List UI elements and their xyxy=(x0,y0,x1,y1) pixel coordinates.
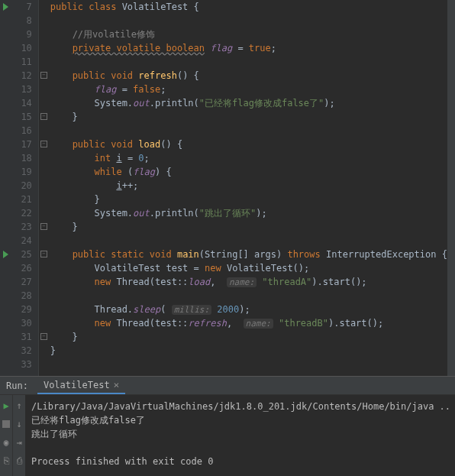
code-line[interactable]: public class VolatileTest { xyxy=(50,0,447,14)
down-icon[interactable]: ↓ xyxy=(13,418,25,430)
line-number: 7 xyxy=(11,0,32,14)
line-number: 28 xyxy=(11,289,32,303)
line-number: 21 xyxy=(11,193,32,206)
wrap-icon[interactable]: ⇥ xyxy=(13,436,25,448)
run-tab[interactable]: VolatileTest × xyxy=(37,377,126,394)
print-icon[interactable]: ⎙ xyxy=(13,455,25,467)
code-line[interactable]: public static void main(String[] args) t… xyxy=(50,248,447,261)
code-line[interactable] xyxy=(50,234,447,248)
line-number: 27 xyxy=(11,275,32,289)
code-line[interactable]: int i = 0; xyxy=(50,151,447,165)
code-line[interactable]: } xyxy=(50,344,447,358)
editor-pane: 7891011121314151617181920212223242526272… xyxy=(0,0,455,376)
code-line[interactable]: public void refresh() { xyxy=(50,69,447,83)
code-line[interactable]: //用volatile修饰 xyxy=(50,28,447,41)
line-number: 32 xyxy=(11,344,32,358)
exit-icon[interactable]: ⎘ xyxy=(0,455,12,467)
camera-icon[interactable]: ◉ xyxy=(0,436,12,448)
run-header: Run: VolatileTest × xyxy=(0,377,455,395)
code-line[interactable]: } xyxy=(50,193,447,206)
line-number: 15 xyxy=(11,110,32,124)
fold-toggle[interactable]: − xyxy=(40,223,47,230)
code-line[interactable]: private volatile boolean flag = true; xyxy=(50,41,447,55)
line-number: 31 xyxy=(11,330,32,344)
line-number: 25 xyxy=(11,248,32,261)
line-number-gutter: 7891011121314151617181920212223242526272… xyxy=(11,0,38,376)
code-line[interactable]: } xyxy=(50,220,447,234)
run-toolbar-right: ↑ ↓ ⇥ ⎙ xyxy=(12,395,25,476)
rerun-icon[interactable]: ▶ xyxy=(0,400,12,412)
editor-scrollbar[interactable] xyxy=(447,0,455,376)
line-number: 10 xyxy=(11,41,32,55)
code-line[interactable]: VolatileTest test = new VolatileTest(); xyxy=(50,261,447,275)
code-area[interactable]: public class VolatileTest { //用volatile修… xyxy=(47,0,447,376)
code-line[interactable]: System.out.println("跳出了循环"); xyxy=(50,206,447,220)
code-line[interactable] xyxy=(50,289,447,303)
line-number: 29 xyxy=(11,303,32,316)
code-line[interactable]: } xyxy=(50,110,447,124)
code-line[interactable]: new Thread(test::refresh, name: "threadB… xyxy=(50,316,447,330)
line-number: 16 xyxy=(11,124,32,138)
code-line[interactable]: new Thread(test::load, name: "threadA").… xyxy=(50,275,447,289)
code-line[interactable]: i++; xyxy=(50,179,447,193)
code-line[interactable]: } xyxy=(50,330,447,344)
line-number: 33 xyxy=(11,358,32,371)
line-number: 24 xyxy=(11,234,32,248)
fold-toggle[interactable]: − xyxy=(40,72,47,79)
code-line[interactable] xyxy=(50,14,447,28)
code-line[interactable]: while (flag) { xyxy=(50,165,447,179)
line-number: 26 xyxy=(11,261,32,275)
close-icon[interactable]: × xyxy=(114,379,120,390)
icon-gutter xyxy=(0,0,11,376)
line-number: 18 xyxy=(11,151,32,165)
up-icon[interactable]: ↑ xyxy=(13,400,25,412)
fold-gutter: −−−−−− xyxy=(38,0,47,376)
fold-toggle[interactable]: − xyxy=(40,251,47,257)
stop-icon[interactable] xyxy=(0,418,12,430)
code-line[interactable] xyxy=(50,55,447,69)
line-number: 14 xyxy=(11,96,32,110)
code-line[interactable]: System.out.println("已经将flag修改成false了"); xyxy=(50,96,447,110)
line-number: 30 xyxy=(11,316,32,330)
line-number: 11 xyxy=(11,55,32,69)
line-number: 12 xyxy=(11,69,32,83)
code-line[interactable] xyxy=(50,124,447,138)
console-output[interactable]: /Library/Java/JavaVirtualMachines/jdk1.8… xyxy=(25,395,455,476)
fold-toggle[interactable]: − xyxy=(40,333,47,340)
run-tool-window: Run: VolatileTest × ▶ ◉ ⎘ ↑ ↓ ⇥ ⎙ /Libra… xyxy=(0,376,455,476)
line-number: 13 xyxy=(11,83,32,96)
fold-toggle[interactable]: − xyxy=(40,113,47,120)
line-number: 17 xyxy=(11,138,32,151)
line-number: 19 xyxy=(11,165,32,179)
run-toolbar-left: ▶ ◉ ⎘ xyxy=(0,395,12,476)
run-body: ▶ ◉ ⎘ ↑ ↓ ⇥ ⎙ /Library/Java/JavaVirtualM… xyxy=(0,395,455,476)
code-line[interactable]: Thread.sleep( millis: 2000); xyxy=(50,303,447,316)
line-number: 23 xyxy=(11,220,32,234)
line-number: 20 xyxy=(11,179,32,193)
line-number: 8 xyxy=(11,14,32,28)
fold-toggle[interactable]: − xyxy=(40,141,47,147)
code-line[interactable]: flag = false; xyxy=(50,83,447,96)
code-line[interactable] xyxy=(50,358,447,371)
line-number: 9 xyxy=(11,28,32,41)
run-tab-title: VolatileTest xyxy=(44,380,110,390)
code-line[interactable]: public void load() { xyxy=(50,138,447,151)
run-label: Run: xyxy=(6,380,28,391)
line-number: 22 xyxy=(11,206,32,220)
run-gutter-icon[interactable] xyxy=(3,3,8,11)
run-gutter-icon[interactable] xyxy=(3,251,8,258)
